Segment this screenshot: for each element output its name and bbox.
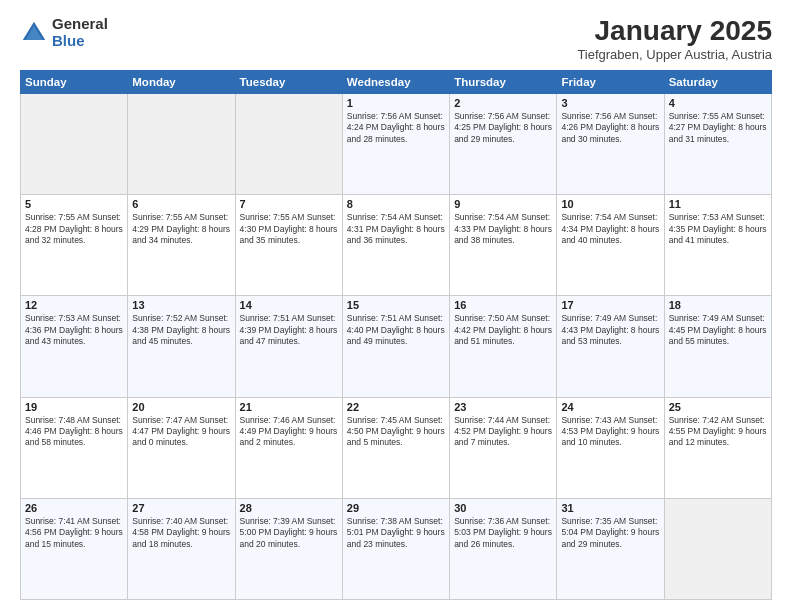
day-content-15: Sunrise: 7:51 AM Sunset: 4:40 PM Dayligh… <box>347 313 445 347</box>
cell-w4-d6 <box>664 498 771 599</box>
cell-w2-d3: 15Sunrise: 7:51 AM Sunset: 4:40 PM Dayli… <box>342 296 449 397</box>
day-number-20: 20 <box>132 401 230 413</box>
day-content-17: Sunrise: 7:49 AM Sunset: 4:43 PM Dayligh… <box>561 313 659 347</box>
day-number-3: 3 <box>561 97 659 109</box>
cell-w2-d5: 17Sunrise: 7:49 AM Sunset: 4:43 PM Dayli… <box>557 296 664 397</box>
day-number-18: 18 <box>669 299 767 311</box>
day-number-11: 11 <box>669 198 767 210</box>
day-content-12: Sunrise: 7:53 AM Sunset: 4:36 PM Dayligh… <box>25 313 123 347</box>
title-block: January 2025 Tiefgraben, Upper Austria, … <box>577 16 772 62</box>
cell-w2-d0: 12Sunrise: 7:53 AM Sunset: 4:36 PM Dayli… <box>21 296 128 397</box>
day-number-9: 9 <box>454 198 552 210</box>
day-content-10: Sunrise: 7:54 AM Sunset: 4:34 PM Dayligh… <box>561 212 659 246</box>
day-content-8: Sunrise: 7:54 AM Sunset: 4:31 PM Dayligh… <box>347 212 445 246</box>
logo-text: General Blue <box>52 16 108 49</box>
cell-w2-d4: 16Sunrise: 7:50 AM Sunset: 4:42 PM Dayli… <box>450 296 557 397</box>
th-monday: Monday <box>128 70 235 93</box>
day-number-23: 23 <box>454 401 552 413</box>
th-thursday: Thursday <box>450 70 557 93</box>
day-number-28: 28 <box>240 502 338 514</box>
day-content-28: Sunrise: 7:39 AM Sunset: 5:00 PM Dayligh… <box>240 516 338 550</box>
day-content-9: Sunrise: 7:54 AM Sunset: 4:33 PM Dayligh… <box>454 212 552 246</box>
calendar-header: Sunday Monday Tuesday Wednesday Thursday… <box>21 70 772 93</box>
subtitle: Tiefgraben, Upper Austria, Austria <box>577 47 772 62</box>
day-content-26: Sunrise: 7:41 AM Sunset: 4:56 PM Dayligh… <box>25 516 123 550</box>
day-number-30: 30 <box>454 502 552 514</box>
day-content-4: Sunrise: 7:55 AM Sunset: 4:27 PM Dayligh… <box>669 111 767 145</box>
week-row-4: 26Sunrise: 7:41 AM Sunset: 4:56 PM Dayli… <box>21 498 772 599</box>
day-content-1: Sunrise: 7:56 AM Sunset: 4:24 PM Dayligh… <box>347 111 445 145</box>
cell-w1-d6: 11Sunrise: 7:53 AM Sunset: 4:35 PM Dayli… <box>664 195 771 296</box>
th-saturday: Saturday <box>664 70 771 93</box>
th-friday: Friday <box>557 70 664 93</box>
logo-blue-text: Blue <box>52 33 108 50</box>
day-content-30: Sunrise: 7:36 AM Sunset: 5:03 PM Dayligh… <box>454 516 552 550</box>
day-content-24: Sunrise: 7:43 AM Sunset: 4:53 PM Dayligh… <box>561 415 659 449</box>
day-number-31: 31 <box>561 502 659 514</box>
calendar-table: Sunday Monday Tuesday Wednesday Thursday… <box>20 70 772 600</box>
cell-w4-d5: 31Sunrise: 7:35 AM Sunset: 5:04 PM Dayli… <box>557 498 664 599</box>
cell-w2-d6: 18Sunrise: 7:49 AM Sunset: 4:45 PM Dayli… <box>664 296 771 397</box>
page: General Blue January 2025 Tiefgraben, Up… <box>0 0 792 612</box>
cell-w0-d0 <box>21 93 128 194</box>
day-number-26: 26 <box>25 502 123 514</box>
day-number-27: 27 <box>132 502 230 514</box>
cell-w2-d1: 13Sunrise: 7:52 AM Sunset: 4:38 PM Dayli… <box>128 296 235 397</box>
cell-w3-d3: 22Sunrise: 7:45 AM Sunset: 4:50 PM Dayli… <box>342 397 449 498</box>
cell-w4-d1: 27Sunrise: 7:40 AM Sunset: 4:58 PM Dayli… <box>128 498 235 599</box>
calendar-body: 1Sunrise: 7:56 AM Sunset: 4:24 PM Daylig… <box>21 93 772 599</box>
day-content-22: Sunrise: 7:45 AM Sunset: 4:50 PM Dayligh… <box>347 415 445 449</box>
day-number-25: 25 <box>669 401 767 413</box>
main-title: January 2025 <box>577 16 772 47</box>
day-number-2: 2 <box>454 97 552 109</box>
cell-w3-d5: 24Sunrise: 7:43 AM Sunset: 4:53 PM Dayli… <box>557 397 664 498</box>
day-number-21: 21 <box>240 401 338 413</box>
cell-w0-d1 <box>128 93 235 194</box>
day-content-23: Sunrise: 7:44 AM Sunset: 4:52 PM Dayligh… <box>454 415 552 449</box>
week-row-1: 5Sunrise: 7:55 AM Sunset: 4:28 PM Daylig… <box>21 195 772 296</box>
logo: General Blue <box>20 16 108 49</box>
cell-w2-d2: 14Sunrise: 7:51 AM Sunset: 4:39 PM Dayli… <box>235 296 342 397</box>
cell-w1-d0: 5Sunrise: 7:55 AM Sunset: 4:28 PM Daylig… <box>21 195 128 296</box>
cell-w0-d4: 2Sunrise: 7:56 AM Sunset: 4:25 PM Daylig… <box>450 93 557 194</box>
day-content-3: Sunrise: 7:56 AM Sunset: 4:26 PM Dayligh… <box>561 111 659 145</box>
day-number-10: 10 <box>561 198 659 210</box>
day-content-25: Sunrise: 7:42 AM Sunset: 4:55 PM Dayligh… <box>669 415 767 449</box>
day-number-6: 6 <box>132 198 230 210</box>
day-number-7: 7 <box>240 198 338 210</box>
day-content-27: Sunrise: 7:40 AM Sunset: 4:58 PM Dayligh… <box>132 516 230 550</box>
day-content-21: Sunrise: 7:46 AM Sunset: 4:49 PM Dayligh… <box>240 415 338 449</box>
day-number-12: 12 <box>25 299 123 311</box>
day-content-13: Sunrise: 7:52 AM Sunset: 4:38 PM Dayligh… <box>132 313 230 347</box>
week-row-3: 19Sunrise: 7:48 AM Sunset: 4:46 PM Dayli… <box>21 397 772 498</box>
cell-w4-d4: 30Sunrise: 7:36 AM Sunset: 5:03 PM Dayli… <box>450 498 557 599</box>
day-content-19: Sunrise: 7:48 AM Sunset: 4:46 PM Dayligh… <box>25 415 123 449</box>
day-content-18: Sunrise: 7:49 AM Sunset: 4:45 PM Dayligh… <box>669 313 767 347</box>
day-number-15: 15 <box>347 299 445 311</box>
day-number-5: 5 <box>25 198 123 210</box>
day-number-4: 4 <box>669 97 767 109</box>
cell-w3-d0: 19Sunrise: 7:48 AM Sunset: 4:46 PM Dayli… <box>21 397 128 498</box>
day-number-8: 8 <box>347 198 445 210</box>
logo-icon <box>20 19 48 47</box>
cell-w0-d3: 1Sunrise: 7:56 AM Sunset: 4:24 PM Daylig… <box>342 93 449 194</box>
day-number-22: 22 <box>347 401 445 413</box>
day-content-5: Sunrise: 7:55 AM Sunset: 4:28 PM Dayligh… <box>25 212 123 246</box>
cell-w1-d3: 8Sunrise: 7:54 AM Sunset: 4:31 PM Daylig… <box>342 195 449 296</box>
th-wednesday: Wednesday <box>342 70 449 93</box>
day-content-31: Sunrise: 7:35 AM Sunset: 5:04 PM Dayligh… <box>561 516 659 550</box>
th-sunday: Sunday <box>21 70 128 93</box>
day-number-19: 19 <box>25 401 123 413</box>
cell-w0-d5: 3Sunrise: 7:56 AM Sunset: 4:26 PM Daylig… <box>557 93 664 194</box>
cell-w3-d2: 21Sunrise: 7:46 AM Sunset: 4:49 PM Dayli… <box>235 397 342 498</box>
cell-w4-d3: 29Sunrise: 7:38 AM Sunset: 5:01 PM Dayli… <box>342 498 449 599</box>
th-tuesday: Tuesday <box>235 70 342 93</box>
day-content-6: Sunrise: 7:55 AM Sunset: 4:29 PM Dayligh… <box>132 212 230 246</box>
logo-general-text: General <box>52 16 108 33</box>
cell-w1-d5: 10Sunrise: 7:54 AM Sunset: 4:34 PM Dayli… <box>557 195 664 296</box>
cell-w3-d4: 23Sunrise: 7:44 AM Sunset: 4:52 PM Dayli… <box>450 397 557 498</box>
cell-w4-d2: 28Sunrise: 7:39 AM Sunset: 5:00 PM Dayli… <box>235 498 342 599</box>
day-number-13: 13 <box>132 299 230 311</box>
cell-w1-d2: 7Sunrise: 7:55 AM Sunset: 4:30 PM Daylig… <box>235 195 342 296</box>
weekday-row: Sunday Monday Tuesday Wednesday Thursday… <box>21 70 772 93</box>
